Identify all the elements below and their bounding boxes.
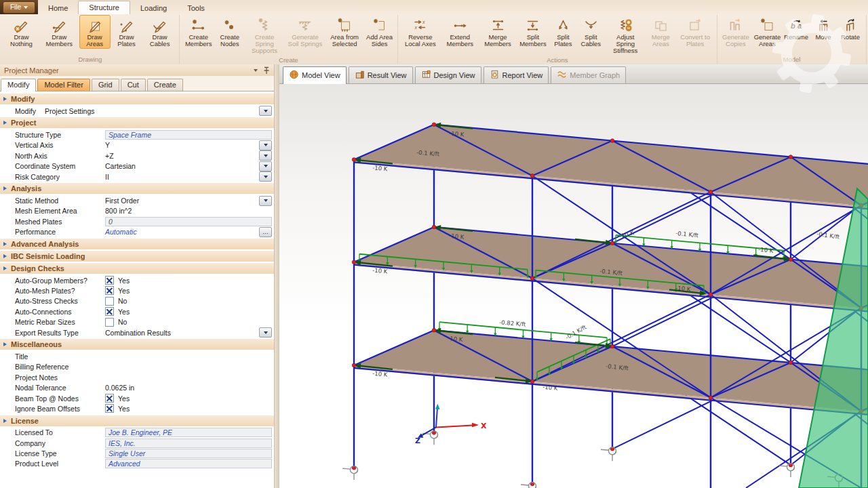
value-field[interactable]: 0 — [105, 217, 272, 226]
checkbox-unchecked[interactable] — [105, 318, 114, 327]
draw-cables-button[interactable]: Draw Cables — [142, 15, 176, 49]
property-value-cell: 800 in^2 — [105, 207, 274, 215]
value-field[interactable]: Single User — [105, 449, 272, 458]
generate-areas-button[interactable]: Generate Areas — [752, 15, 783, 49]
create-nodes-button[interactable]: Create Nodes — [216, 15, 244, 49]
property-row-auto-connections: Auto-ConnectionsYes — [0, 306, 274, 317]
section-header-design-checks[interactable]: Design Checks — [0, 263, 274, 274]
rename-icon: ba — [788, 16, 805, 33]
ribbon-button-label: Rename — [784, 34, 808, 41]
view-tab-report-view[interactable]: Report View — [484, 66, 549, 83]
adjust-spring-stiffness-button[interactable]: Adjust Spring Stiffness — [605, 15, 646, 56]
dropdown-button[interactable] — [259, 106, 272, 116]
property-label: License Type — [0, 449, 105, 458]
chevron-down-icon — [264, 176, 268, 178]
split-cables-button[interactable]: Split Cables — [576, 15, 605, 49]
ribbon-tab-tools[interactable]: Tools — [177, 2, 215, 14]
panel-tab-cut[interactable]: Cut — [121, 79, 146, 91]
property-value-cell: Space Frame — [105, 130, 274, 140]
split-cables-icon — [583, 16, 599, 33]
ribbon-button-label: Draw Plates — [113, 34, 141, 47]
ribbon-tab-loading[interactable]: Loading — [130, 2, 177, 14]
rotate-button[interactable]: Rotate — [837, 15, 864, 42]
area-from-selected-button[interactable]: Area from Selected — [326, 15, 363, 49]
section-header-modify[interactable]: Modify — [0, 94, 274, 104]
section-header-miscellaneous[interactable]: Miscellaneous — [0, 339, 274, 350]
ribbon-group-actions: xxReverse Local AxesExtend MembersMerge … — [398, 15, 717, 64]
section-header-label: IBC Seismic Loading — [11, 252, 85, 260]
dropdown-button[interactable] — [259, 327, 272, 338]
panel-tab-create[interactable]: Create — [147, 79, 183, 91]
ellipsis-button[interactable]: … — [259, 227, 272, 237]
dropdown-button[interactable] — [259, 140, 272, 150]
file-menu-button[interactable]: File — [3, 1, 35, 14]
reverse-local-axes-button[interactable]: xxReverse Local Axes — [400, 15, 441, 49]
chevron-down-icon[interactable] — [254, 69, 258, 72]
ribbon-group-label: Actions — [400, 56, 715, 65]
chevron-down-icon — [264, 155, 268, 157]
add-area-sides-button[interactable]: Add Area Sides — [363, 15, 395, 49]
model-canvas[interactable]: X Z -10 K-10 K-0.1 K/ft-10 K-10 K-0.1 K/… — [279, 84, 868, 488]
section-header-ibc-seismic-loading[interactable]: IBC Seismic Loading — [0, 251, 274, 262]
checkbox-unchecked[interactable] — [105, 297, 114, 306]
view-tab-design-view[interactable]: Design View — [415, 66, 481, 83]
property-value-cell: No — [105, 318, 274, 327]
merge-members-button[interactable]: Merge Members — [479, 15, 517, 49]
value-field[interactable]: Advanced — [105, 459, 272, 468]
ribbon-body: Draw NothingDraw MembersDraw AreasDraw P… — [0, 14, 868, 64]
checkbox-checked[interactable] — [105, 307, 114, 316]
section-header-advanced-analysis[interactable]: Advanced Analysis — [0, 239, 274, 249]
dropdown-button[interactable] — [259, 161, 272, 171]
ribbon-button-label: Create Nodes — [218, 34, 242, 47]
draw-members-button[interactable]: Draw Members — [39, 15, 79, 49]
move-button[interactable]: Move — [810, 15, 837, 42]
panel-tab-grid[interactable]: Grid — [92, 79, 119, 91]
split-members-button[interactable]: Split Members — [517, 15, 550, 49]
extend-members-icon — [452, 16, 469, 33]
panel-tab-modify[interactable]: Modify — [1, 79, 36, 92]
checkbox-checked[interactable] — [105, 286, 114, 295]
ribbon-button-label: Convert to Plates — [677, 34, 713, 47]
property-value: Combination Results — [105, 329, 171, 337]
create-members-button[interactable]: Create Members — [182, 15, 216, 49]
value-field[interactable]: Joe B. Engineer, PE — [105, 428, 272, 437]
ribbon-button-label: Split Members — [519, 34, 548, 47]
checkbox-checked[interactable] — [105, 394, 114, 403]
ribbon-tab-home[interactable]: Home — [38, 2, 78, 14]
checkbox-checked[interactable] — [105, 276, 114, 285]
property-value-cell: Project Settings — [45, 107, 259, 115]
load-label: -10 K — [448, 335, 463, 343]
dropdown-button[interactable] — [259, 171, 272, 182]
property-row-north-axis: North Axis+Z — [0, 150, 274, 161]
value-field[interactable]: IES, Inc. — [105, 439, 272, 448]
rename-button[interactable]: baRename — [783, 15, 810, 42]
dropdown-button[interactable] — [259, 196, 272, 206]
section-header-project[interactable]: Project — [0, 117, 274, 128]
draw-areas-icon — [86, 16, 103, 33]
extend-members-button[interactable]: Extend Members — [441, 15, 479, 49]
value-field[interactable]: Space Frame — [105, 130, 272, 140]
section-header-label: Miscellaneous — [11, 340, 62, 348]
property-value-cell: Cartesian — [105, 162, 259, 170]
checkbox-checked[interactable] — [105, 404, 114, 413]
draw-nothing-button[interactable]: Draw Nothing — [3, 15, 39, 49]
view-tab-result-view[interactable]: Result View — [349, 66, 413, 83]
view-tab-label: Model View — [302, 71, 340, 79]
split-plates-button[interactable]: Split Plates — [549, 15, 576, 49]
property-value-cell: Y — [105, 141, 259, 149]
property-label: Structure Type — [0, 131, 105, 139]
panel-splitter[interactable] — [275, 64, 279, 488]
ribbon-tab-structure[interactable]: Structure — [78, 1, 130, 14]
property-value: IES, Inc. — [108, 439, 136, 447]
pin-icon[interactable] — [263, 66, 270, 75]
draw-areas-button[interactable]: Draw Areas — [79, 15, 111, 49]
dropdown-button[interactable] — [259, 150, 272, 161]
property-row-auto-group-members: Auto-Group Members?Yes — [0, 275, 274, 285]
section-header-license[interactable]: License — [0, 415, 274, 426]
view-tab-label: Design View — [434, 71, 475, 79]
draw-plates-button[interactable]: Draw Plates — [111, 15, 143, 49]
view-tab-model-view[interactable]: Model View — [283, 66, 347, 84]
section-header-analysis[interactable]: Analysis — [0, 183, 274, 194]
property-row-beam-top-nodes: Beam Top @ NodesYes — [0, 393, 274, 403]
panel-tab-model-filter[interactable]: Model Filter — [37, 79, 90, 91]
